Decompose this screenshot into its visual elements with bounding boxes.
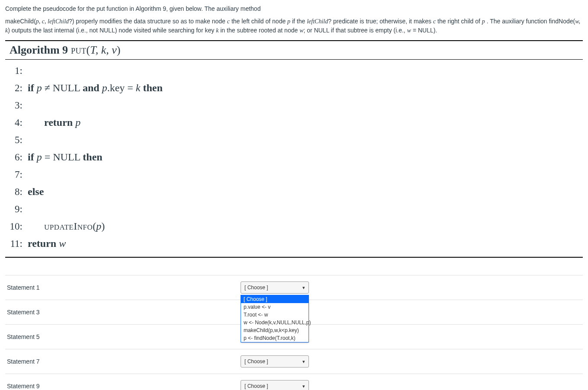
alg-line-1: 1: (10, 62, 578, 79)
statement-1-select[interactable]: [ Choose ] ▾ (241, 281, 309, 294)
dropdown-option-choose[interactable]: [ Choose ] (241, 295, 308, 303)
statement-label-9: Statement 9 (7, 383, 241, 390)
statement-label-1: Statement 1 (7, 284, 241, 291)
statement-9-select[interactable]: [ Choose ] ▾ (241, 380, 309, 390)
statement-label-5: Statement 5 (7, 333, 241, 340)
alg-line-10: 10: updateInfo(p) (10, 217, 578, 235)
question-detail: makeChild(p, c, leftChild?) properly mod… (5, 17, 583, 35)
statement-label-7: Statement 7 (7, 358, 241, 365)
alg-line-11: 11: return w (10, 235, 578, 253)
algorithm-body: 1: 2: if p ≠ NULL and p.key = k then 3: … (5, 60, 583, 258)
alg-line-7: 7: (10, 166, 578, 183)
statement-dropdown-panel: [ Choose ] p.value <- v T.root <- w w <-… (241, 295, 309, 342)
statement-label-3: Statement 3 (7, 309, 241, 316)
dropdown-option-pvalue[interactable]: p.value <- v (241, 303, 308, 311)
alg-line-4: 4: return p (10, 114, 578, 131)
chevron-down-icon: ▾ (302, 384, 305, 389)
alg-line-3: 3: (10, 97, 578, 114)
dropdown-option-makechild[interactable]: makeChild(p,w,k<p.key) (241, 326, 308, 334)
statement-list: Statement 1 [ Choose ] ▾ Statement 3 [ C… (5, 275, 583, 390)
dropdown-option-findnode[interactable]: p <- findNode(T.root,k) (241, 334, 308, 342)
alg-line-6: 6: if p = NULL then (10, 148, 578, 166)
statement-row-7: Statement 7 [ Choose ] ▾ (5, 349, 583, 374)
chevron-down-icon: ▾ (302, 285, 305, 291)
alg-line-9: 9: (10, 201, 578, 217)
algorithm-title: Algorithm 9 put(T, k, v) (5, 40, 583, 60)
statement-row-9: Statement 9 [ Choose ] ▾ (5, 374, 583, 390)
chevron-down-icon: ▾ (302, 359, 305, 364)
algorithm-block: Algorithm 9 put(T, k, v) 1: 2: if p ≠ NU… (5, 40, 583, 258)
alg-line-5: 5: (10, 131, 578, 148)
alg-line-2: 2: if p ≠ NULL and p.key = k then (10, 79, 578, 97)
question-text: Complete the pseudocode for the put func… (5, 4, 583, 35)
dropdown-option-node[interactable]: w <- Node(k,v,NULL,NULL,p) (241, 319, 308, 326)
statement-7-select[interactable]: [ Choose ] ▾ (241, 355, 309, 368)
alg-line-8: 8: else (10, 183, 578, 201)
dropdown-option-troot[interactable]: T.root <- w (241, 311, 308, 319)
question-intro: Complete the pseudocode for the put func… (5, 4, 583, 13)
statement-row-3: Statement 3 [ Choose ] ▾ [ Choose ] p.va… (5, 300, 583, 324)
